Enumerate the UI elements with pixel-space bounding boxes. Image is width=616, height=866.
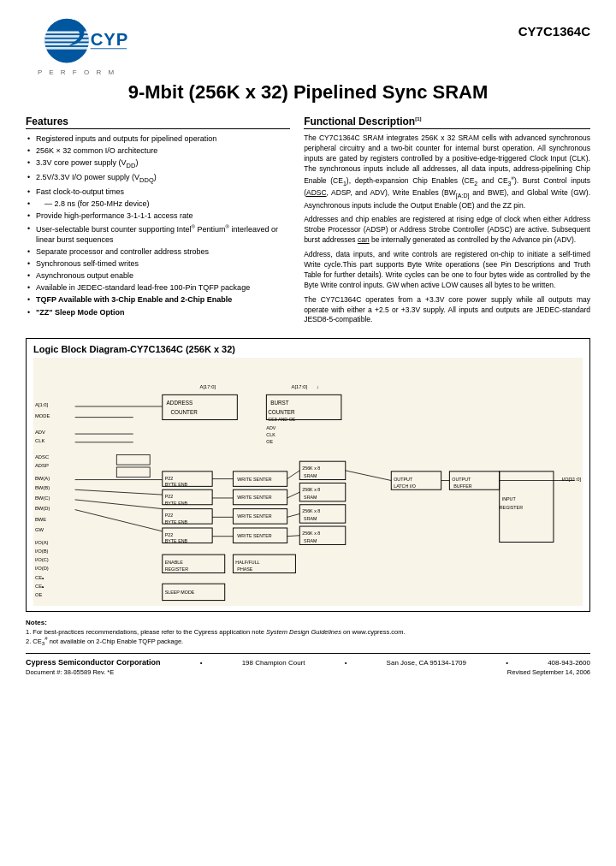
svg-text:CE₂: CE₂ — [35, 584, 44, 589]
svg-text:CLK: CLK — [35, 438, 44, 443]
svg-text:SRAM: SRAM — [304, 538, 317, 543]
list-item: TQFP Available with 3-Chip Enable and 2-… — [26, 294, 290, 305]
svg-text:BWE: BWE — [35, 518, 46, 523]
footer-company: Cypress Semiconductor Corporation — [26, 658, 161, 667]
list-item: User-selectable burst counter supporting… — [26, 223, 290, 245]
svg-text:CYPRESS: CYPRESS — [91, 30, 128, 49]
svg-text:BW(D): BW(D) — [35, 506, 50, 511]
footer-address: 198 Champion Court — [242, 659, 305, 667]
svg-text:OUTPUT: OUTPUT — [394, 477, 413, 482]
footer-dot-2: • — [345, 659, 347, 667]
svg-line-96 — [75, 500, 163, 509]
footer-revised: Revised September 14, 2006 — [507, 668, 590, 676]
svg-text:ADSP: ADSP — [35, 463, 49, 468]
svg-text:REGISTER: REGISTER — [165, 566, 188, 572]
features-heading: Features — [26, 116, 290, 129]
svg-line-87 — [346, 471, 392, 481]
list-item: 3.3V core power supply (VDD) — [26, 157, 290, 170]
svg-rect-30 — [266, 395, 341, 420]
svg-text:HALF/FULL: HALF/FULL — [235, 560, 259, 565]
svg-text:I/O(B): I/O(B) — [35, 549, 49, 555]
svg-text:BYTE ENB: BYTE ENB — [165, 539, 188, 544]
block-diagram-section: Logic Block Diagram-CY7C1364C (256K x 32… — [26, 338, 590, 612]
block-diagram-svg: A[1:0] MODE ADV CLK ADSC ADSP BW(A) BW(B… — [33, 358, 583, 606]
footer-doc-number: Document #: 38-05589 Rev. *E — [26, 668, 114, 676]
features-column: Features Registered inputs and outputs f… — [26, 116, 290, 329]
svg-text:A[1:0]: A[1:0] — [35, 402, 49, 407]
list-item: Asynchronous output enable — [26, 270, 290, 281]
svg-text:↓: ↓ — [317, 384, 319, 389]
svg-text:CE3 AND OE: CE3 AND OE — [268, 418, 296, 423]
main-title: 9-Mbit (256K x 32) Pipelined Sync SRAM — [26, 81, 590, 104]
svg-text:ADV: ADV — [266, 426, 275, 431]
svg-rect-5 — [44, 47, 89, 50]
svg-text:P22: P22 — [165, 532, 174, 537]
svg-text:BYTE ENB: BYTE ENB — [165, 519, 188, 525]
func-para-1: The CY7C1364C SRAM integrates 256K x 32 … — [304, 133, 590, 211]
svg-text:A[17:0]: A[17:0] — [292, 384, 308, 389]
svg-text:BUFFER: BUFFER — [453, 484, 472, 489]
func-para-4: The CY7C1364C operates from a +3.3V core… — [304, 295, 590, 326]
diagram-area: A[1:0] MODE ADV CLK ADSC ADSP BW(A) BW(B… — [33, 358, 583, 606]
list-item: Available in JEDEC-standard lead-free 10… — [26, 282, 290, 293]
notes-title: Notes: — [26, 619, 590, 626]
svg-text:PHASE: PHASE — [237, 566, 253, 572]
notes-section: Notes: 1. For best-practices recommendat… — [26, 619, 590, 646]
page-header: CYPRESS P E R F O R M CY7C1364C — [26, 15, 590, 76]
svg-text:256K x 8: 256K x 8 — [302, 488, 320, 493]
svg-text:BW(C): BW(C) — [35, 495, 50, 501]
svg-text:BW(A): BW(A) — [35, 476, 50, 481]
svg-text:SRAM: SRAM — [304, 473, 317, 478]
svg-text:OUTPUT: OUTPUT — [452, 477, 471, 482]
features-list: Registered inputs and outputs for pipeli… — [26, 133, 290, 317]
svg-text:WRITE SENTER: WRITE SENTER — [237, 495, 272, 500]
footer-top: Cypress Semiconductor Corporation • 198 … — [26, 658, 590, 667]
svg-text:256K x 8: 256K x 8 — [302, 466, 320, 471]
func-desc-text: The CY7C1364C SRAM integrates 256K x 32 … — [304, 133, 590, 325]
svg-text:CLK: CLK — [266, 432, 275, 437]
list-item: Synchronous self-timed writes — [26, 258, 290, 269]
svg-text:A[17:0]: A[17:0] — [200, 384, 216, 389]
func-desc-heading: Functional Description[1] — [304, 116, 590, 129]
svg-text:BYTE ENB: BYTE ENB — [165, 501, 188, 506]
svg-text:REGISTER: REGISTER — [500, 505, 523, 510]
func-para-2: Addresses and chip enables are registere… — [304, 215, 590, 246]
list-item: Fast clock-to-output times — [26, 187, 290, 197]
svg-text:256K x 8: 256K x 8 — [302, 531, 320, 536]
perform-label: P E R F O R M — [38, 68, 116, 76]
svg-rect-107 — [116, 467, 150, 477]
svg-text:I/O[31:0]: I/O[31:0] — [562, 477, 582, 482]
list-item: Separate processor and controller addres… — [26, 246, 290, 257]
svg-text:WRITE SENTER: WRITE SENTER — [237, 533, 272, 538]
svg-line-103 — [287, 493, 300, 499]
svg-text:ADSC: ADSC — [35, 455, 49, 460]
func-para-3: Address, data inputs, and write controls… — [304, 250, 590, 291]
footer-city: San Jose, CA 95134-1709 — [387, 659, 466, 667]
block-diagram-title: Logic Block Diagram-CY7C1364C (256K x 32… — [33, 344, 583, 354]
svg-line-97 — [75, 510, 163, 531]
svg-line-102 — [287, 471, 300, 479]
svg-text:I/O(A): I/O(A) — [35, 541, 49, 546]
svg-text:SRAM: SRAM — [304, 495, 317, 500]
note-2: 2. CE3# not available on 2-Chip Enable T… — [26, 636, 590, 646]
svg-rect-3 — [44, 39, 89, 42]
svg-text:INPUT: INPUT — [502, 496, 517, 501]
svg-text:BYTE ENB: BYTE ENB — [165, 483, 188, 488]
svg-line-105 — [287, 536, 300, 537]
svg-text:SLEEP MODE: SLEEP MODE — [165, 590, 195, 595]
svg-text:OE: OE — [266, 439, 273, 444]
svg-text:OE: OE — [35, 592, 43, 597]
list-item: 256K × 32 common I/O architecture — [26, 145, 290, 156]
list-item: — 2.8 ns (for 250-MHz device) — [26, 199, 290, 209]
list-item: Provide high-performance 3-1-1-1 access … — [26, 211, 290, 221]
svg-text:WRITE SENTER: WRITE SENTER — [237, 514, 272, 519]
svg-text:SRAM: SRAM — [304, 517, 317, 522]
footer-dot-1: • — [200, 659, 203, 667]
svg-rect-27 — [163, 395, 238, 420]
svg-text:GW: GW — [35, 527, 44, 532]
page-footer: Cypress Semiconductor Corporation • 198 … — [26, 653, 590, 676]
footer-dot-3: • — [506, 659, 508, 667]
svg-text:COUNTER: COUNTER — [170, 409, 198, 415]
list-item: 2.5V/3.3V I/O power supply (VDDQ) — [26, 172, 290, 185]
footer-bottom: Document #: 38-05589 Rev. *E Revised Sep… — [26, 668, 590, 676]
